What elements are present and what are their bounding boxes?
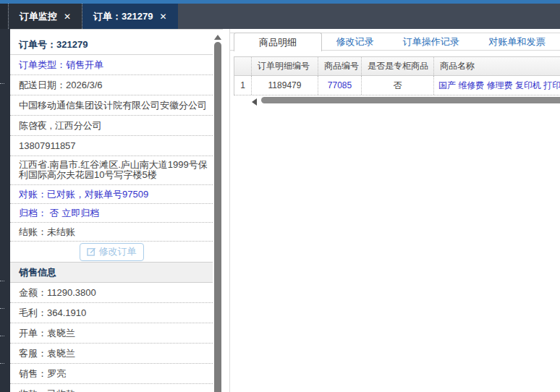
table-row[interactable]: 1 1189479 77085 否 国产 维修费 修理费 复印机 打印机	[234, 76, 560, 95]
sales-info-header: 销售信息	[10, 262, 213, 283]
close-icon[interactable]: ✕	[159, 12, 166, 22]
strip-divider	[0, 336, 4, 336]
window-tab-order-monitor[interactable]: 订单监控 ✕	[8, 4, 82, 29]
cell-detail-no: 1189479	[251, 76, 318, 95]
edit-pencil-icon	[87, 247, 96, 256]
phone-field: 13807911857	[10, 136, 213, 156]
collapsed-sidebar-strip[interactable]	[0, 29, 10, 392]
header-detail-no: 订单明细编号	[251, 57, 318, 75]
strip-divider	[0, 281, 4, 281]
cell-product-no[interactable]: 77085	[318, 76, 361, 95]
cell-row-number: 1	[234, 76, 251, 95]
app-window: 订单监控 ✕ 订单：321279 ✕ 订单号：321279 订单类型：销售开单 …	[0, 0, 560, 392]
table-header-row: 订单明细编号 商品编号 是否是专柜商品 商品名称	[234, 56, 560, 76]
tab-modify-records[interactable]: 修改记录	[322, 33, 388, 50]
edit-button-row: 修改订单	[10, 242, 213, 262]
order-no-field: 订单号：321279	[10, 35, 213, 55]
vertical-scroll-thumb[interactable]	[214, 42, 221, 392]
creator-field: 开单：袁晓兰	[10, 323, 213, 344]
order-type-field[interactable]: 订单类型：销售开单	[10, 55, 213, 75]
archive-status: 归档： 否	[19, 208, 59, 218]
tab-bar-left-pad	[0, 4, 8, 29]
strip-divider	[0, 363, 4, 364]
settlement-field: 结账：未结账	[10, 223, 213, 242]
tab-product-detail[interactable]: 商品明细	[234, 33, 322, 51]
cell-product-name[interactable]: 国产 维修费 修理费 复印机 打印机	[433, 76, 560, 95]
tab-label: 订单：321279	[93, 10, 153, 23]
horizontal-scroll-thumb[interactable]	[261, 97, 560, 103]
order-tabs-panel: 商品明细 修改记录 订单操作记录 对账单和发票 订单明细编号 商品编号 是否是专…	[229, 29, 560, 392]
window-tab-bar: 订单监控 ✕ 订单：321279 ✕	[0, 4, 560, 29]
contact-field: 陈啓夜 , 江西分公司	[10, 116, 213, 136]
archive-field: 归档： 否 立即归档	[10, 204, 213, 223]
product-table: 订单明细编号 商品编号 是否是专柜商品 商品名称 1 1189479 77085…	[234, 56, 560, 95]
service-field: 客服：袁晓兰	[10, 344, 213, 364]
close-icon[interactable]: ✕	[64, 12, 71, 22]
header-is-counter: 是否是专柜商品	[361, 57, 433, 75]
profit-field: 毛利：364.1910	[10, 303, 213, 323]
tab-label: 订单监控	[20, 10, 57, 23]
edit-order-label: 修改订单	[99, 245, 137, 258]
detail-tab-row: 商品明细 修改记录 订单操作记录 对账单和发票	[230, 33, 560, 51]
scroll-left-icon[interactable]	[252, 98, 257, 106]
strip-divider	[0, 308, 4, 309]
order-detail-panel: 订单号：321279 订单类型：销售开单 配送日期：2026/3/6 中国移动通…	[10, 29, 223, 392]
vertical-scrollbar[interactable]	[213, 30, 222, 392]
customer-company-field: 中国移动通信集团设计院有限公司安徽分公司	[10, 95, 213, 116]
edit-order-button[interactable]: 修改订单	[80, 243, 144, 261]
reconciliation-field[interactable]: 对账：已对账，对账单号97509	[10, 185, 213, 204]
strip-divider	[0, 83, 4, 84]
header-product-name: 商品名称	[433, 57, 560, 75]
scroll-up-icon[interactable]	[214, 35, 221, 40]
sales-person-field: 销售：罗亮	[10, 364, 213, 384]
header-row-number	[234, 57, 251, 75]
tab-statement-invoice[interactable]: 对账单和发票	[474, 33, 560, 50]
cell-is-counter: 否	[361, 76, 433, 95]
tab-operation-records[interactable]: 订单操作记录	[388, 33, 474, 50]
payment-field: 收款：已收款	[10, 384, 213, 392]
amount-field: 金额：11290.3800	[10, 283, 213, 303]
address-field: 江西省.南昌市.红谷滩区.庐山南大道1999号保利国际高尔夫花园10号写字楼5楼	[10, 156, 213, 185]
window-tab-order-321279[interactable]: 订单：321279 ✕	[82, 4, 177, 29]
header-product-no: 商品编号	[318, 57, 361, 75]
archive-now-link[interactable]: 立即归档	[61, 208, 99, 218]
delivery-date-field: 配送日期：2026/3/6	[10, 75, 213, 95]
